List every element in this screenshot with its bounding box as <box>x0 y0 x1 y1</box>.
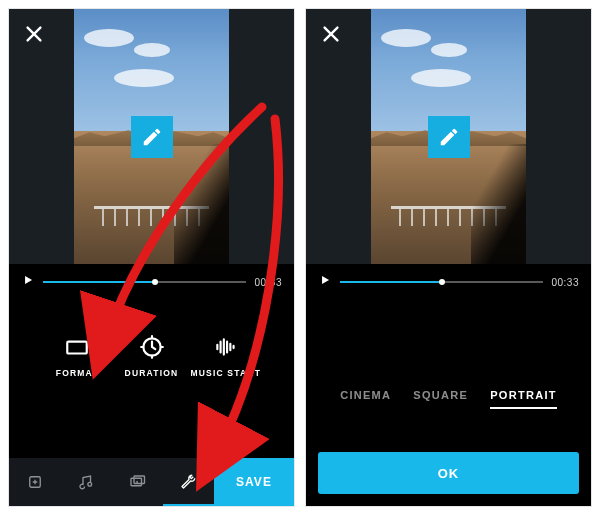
ok-label: OK <box>438 466 460 481</box>
playhead[interactable] <box>152 279 158 285</box>
play-icon[interactable] <box>318 273 332 291</box>
tool-duration[interactable]: DURATION <box>116 334 188 378</box>
tool-row: FORMAT DURATION MUSIC START <box>9 334 294 378</box>
timecode: 00:33 <box>551 277 579 288</box>
svg-rect-0 <box>68 342 88 354</box>
format-option-cinema[interactable]: CINEMA <box>340 389 391 409</box>
edit-clip-button[interactable] <box>428 116 470 158</box>
video-frame <box>74 9 229 264</box>
save-button[interactable]: SAVE <box>214 458 294 506</box>
bottom-bar: SAVE <box>9 458 294 506</box>
tool-music-start[interactable]: MUSIC START <box>190 334 262 378</box>
format-label: CINEMA <box>340 389 391 401</box>
tool-label: MUSIC START <box>190 368 261 378</box>
format-options: CINEMA SQUARE PORTRAIT <box>306 389 591 409</box>
tool-label: FORMAT <box>56 368 99 378</box>
editor-screen-format: 00:33 CINEMA SQUARE PORTRAIT OK <box>305 8 592 507</box>
save-label: SAVE <box>236 475 272 489</box>
tool-label: DURATION <box>125 368 179 378</box>
format-option-square[interactable]: SQUARE <box>413 389 468 409</box>
close-button[interactable] <box>23 23 45 45</box>
video-preview[interactable] <box>9 9 294 264</box>
close-button[interactable] <box>320 23 342 45</box>
timecode: 00:33 <box>254 277 282 288</box>
video-frame <box>371 9 526 264</box>
format-label: SQUARE <box>413 389 468 401</box>
music-start-icon <box>213 334 239 360</box>
edit-clip-button[interactable] <box>131 116 173 158</box>
tab-tools[interactable] <box>163 458 214 506</box>
play-icon[interactable] <box>21 273 35 291</box>
timeline[interactable]: 00:33 <box>306 267 591 297</box>
svg-rect-5 <box>134 476 145 484</box>
format-option-portrait[interactable]: PORTRAIT <box>490 389 557 409</box>
tab-add-clip[interactable] <box>9 458 60 506</box>
playhead[interactable] <box>439 279 445 285</box>
svg-point-3 <box>88 482 92 486</box>
tool-format[interactable]: FORMAT <box>41 334 113 378</box>
ok-button[interactable]: OK <box>318 452 579 494</box>
video-preview[interactable] <box>306 9 591 264</box>
timeline-track[interactable] <box>43 281 246 283</box>
timeline-track[interactable] <box>340 281 543 283</box>
duration-icon <box>139 334 165 360</box>
tab-music[interactable] <box>60 458 111 506</box>
tab-slideshow[interactable] <box>112 458 163 506</box>
timeline[interactable]: 00:33 <box>9 267 294 297</box>
format-icon <box>64 334 90 360</box>
format-label: PORTRAIT <box>490 389 557 401</box>
editor-screen-tools: 00:33 FORMAT DURATION MUSIC START <box>8 8 295 507</box>
